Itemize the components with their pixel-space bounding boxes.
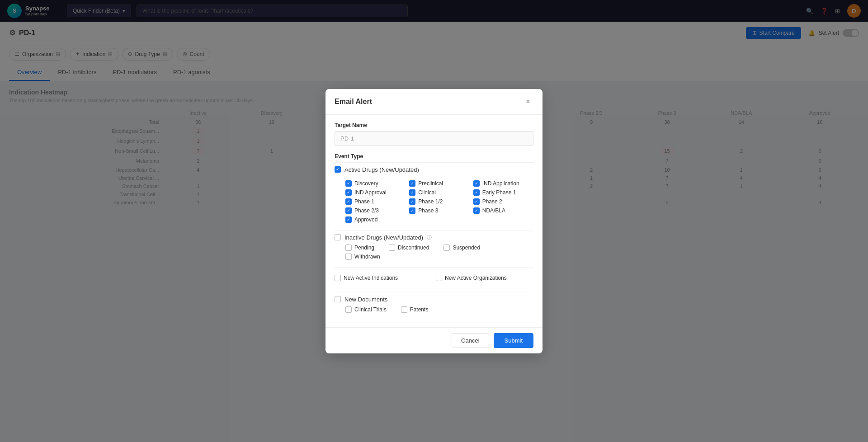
phase1-cb[interactable] [345,198,352,205]
nda-bla-label: NDA/BLA [482,207,505,214]
discovery-cb[interactable] [345,180,352,187]
preclinical-label: Preclinical [418,180,443,187]
checkbox-phase2: Phase 2 [473,198,533,205]
phase2-3-label: Phase 2/3 [354,207,379,214]
early-phase1-label: Early Phase 1 [482,189,516,196]
preclinical-cb[interactable] [409,180,415,187]
active-drugs-checkbox[interactable] [335,166,341,173]
ind-approval-cb[interactable] [345,189,352,196]
email-alert-modal: Email Alert × Target Name Event Type Act… [326,89,542,223]
modal-header: Email Alert × [326,89,542,115]
discovery-label: Discovery [354,180,378,187]
checkbox-ind-application: IND Application [473,180,533,187]
modal-close-button[interactable]: × [523,96,533,107]
active-drugs-header: Active Drugs (New/Updated) [335,162,533,177]
checkbox-discovery: Discovery [345,180,406,187]
phase3-label: Phase 3 [418,207,438,214]
modal-body: Target Name Event Type Active Drugs (New… [326,115,542,223]
clinical-cb[interactable] [409,189,415,196]
checkbox-nda-bla: NDA/BLA [473,207,533,214]
checkbox-phase1: Phase 1 [345,198,406,205]
phase1-2-cb[interactable] [409,198,415,205]
active-drugs-label: Active Drugs (New/Updated) [344,166,419,173]
checkbox-preclinical: Preclinical [409,180,469,187]
target-name-input[interactable] [335,131,533,146]
approved-label: Approved [354,216,377,223]
modal-overlay: Email Alert × Target Name Event Type Act… [0,0,868,223]
checkbox-clinical: Clinical [409,189,469,196]
checkbox-phase2-3: Phase 2/3 [345,207,406,214]
event-type-label: Event Type [335,153,533,160]
phase1-label: Phase 1 [354,198,374,205]
phase2-label: Phase 2 [482,198,502,205]
checkbox-approved: Approved [345,216,406,223]
checkbox-early-phase1: Early Phase 1 [473,189,533,196]
checkbox-phase1-2: Phase 1/2 [409,198,469,205]
approved-cb[interactable] [345,216,352,223]
active-drugs-section: Active Drugs (New/Updated) Discovery Pre… [335,162,533,223]
phase1-2-label: Phase 1/2 [418,198,443,205]
nda-bla-cb[interactable] [473,207,480,214]
phase3-cb[interactable] [409,207,415,214]
early-phase1-cb[interactable] [473,189,480,196]
ind-app-cb[interactable] [473,180,480,187]
modal-title: Email Alert [335,98,372,106]
target-name-label: Target Name [335,122,533,128]
clinical-label: Clinical [418,189,436,196]
active-drugs-grid: Discovery Preclinical IND Application IN… [335,177,533,223]
ind-approval-label: IND Approval [354,189,387,196]
checkbox-phase3: Phase 3 [409,207,469,214]
ind-app-label: IND Application [482,180,519,187]
checkbox-ind-approval: IND Approval [345,189,406,196]
phase2-cb[interactable] [473,198,480,205]
phase2-3-cb[interactable] [345,207,352,214]
